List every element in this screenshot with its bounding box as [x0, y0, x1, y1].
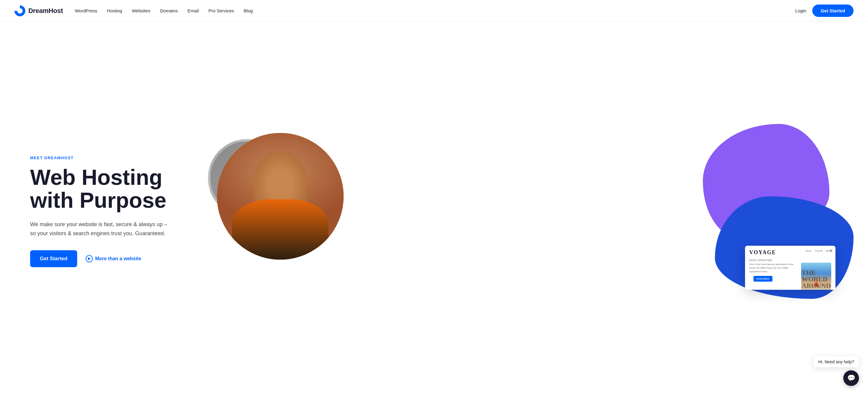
- voyage-update-label: 2022 UPDATES: [749, 259, 831, 262]
- hero-main-image: [217, 133, 344, 260]
- voyage-card-image: 🗼 THE WORLDAROUND: [801, 263, 831, 290]
- hero-content: MEET DREAMHOST Web Hosting with Purpose …: [30, 156, 187, 267]
- hero-title: Web Hosting with Purpose: [30, 166, 187, 212]
- voyage-body-text: One of the most famous landmarks in the …: [749, 263, 798, 273]
- voyage-card-body: One of the most famous landmarks in the …: [745, 263, 835, 290]
- voyage-close-button[interactable]: ✕: [830, 248, 833, 253]
- voyage-card-header: VOYAGE More Trends Blog: [745, 246, 835, 257]
- voyage-nav-more[interactable]: More: [805, 249, 812, 252]
- woman-figure: [217, 133, 344, 260]
- nav-links: WordPress Hosting Websites Domains Email…: [75, 8, 253, 13]
- hero-cta-group: Get Started More than a website: [30, 250, 187, 267]
- nav-item-blog[interactable]: Blog: [244, 8, 253, 13]
- voyage-know-more-button[interactable]: Know More: [753, 276, 772, 282]
- brand-name: DreamHost: [28, 7, 63, 15]
- voyage-nav-trends[interactable]: Trends: [814, 249, 823, 252]
- chat-tooltip: Hi. Need any help?: [813, 356, 859, 367]
- voyage-card-title: VOYAGE: [749, 249, 776, 256]
- hero-title-line1: Web Hosting: [30, 165, 162, 189]
- hero-description: We make sure your website is fast, secur…: [30, 220, 169, 238]
- nav-item-hosting[interactable]: Hosting: [107, 8, 122, 13]
- nav-item-email[interactable]: Email: [187, 8, 199, 13]
- chat-icon: 💬: [847, 374, 855, 382]
- nav-item-wordpress[interactable]: WordPress: [75, 8, 97, 13]
- nav-item-websites[interactable]: Websites: [132, 8, 150, 13]
- hero-title-line2: with Purpose: [30, 188, 166, 212]
- hero-eyebrow: MEET DREAMHOST: [30, 156, 187, 160]
- hero-visual: ✕ VOYAGE More Trends Blog 2022 UPDATES O…: [205, 124, 854, 299]
- nav-item-pro-services[interactable]: Pro Services: [209, 8, 234, 13]
- nav-right: Login Get Started: [795, 4, 854, 17]
- hero-section: MEET DREAMHOST Web Hosting with Purpose …: [0, 22, 868, 395]
- nav-get-started-button[interactable]: Get Started: [812, 4, 854, 17]
- logo-icon: [14, 5, 25, 16]
- logo[interactable]: DreamHost: [14, 5, 63, 16]
- play-icon: [86, 255, 93, 262]
- voyage-card: ✕ VOYAGE More Trends Blog 2022 UPDATES O…: [745, 246, 835, 290]
- voyage-body-content: One of the most famous landmarks in the …: [749, 263, 798, 290]
- nav-left: DreamHost WordPress Hosting Websites Dom…: [14, 5, 253, 16]
- nav-item-domains[interactable]: Domains: [160, 8, 178, 13]
- chat-button[interactable]: 💬: [843, 370, 859, 386]
- voyage-overlay-text: THE WORLDAROUND: [802, 269, 831, 289]
- hero-more-button[interactable]: More than a website: [86, 255, 141, 262]
- chat-widget: Hi. Need any help? 💬: [813, 356, 859, 386]
- hero-more-label: More than a website: [95, 256, 141, 262]
- voyage-card-nav: More Trends Blog: [805, 249, 831, 252]
- login-button[interactable]: Login: [795, 8, 806, 13]
- main-nav: DreamHost WordPress Hosting Websites Dom…: [0, 0, 868, 22]
- hero-get-started-button[interactable]: Get Started: [30, 250, 77, 267]
